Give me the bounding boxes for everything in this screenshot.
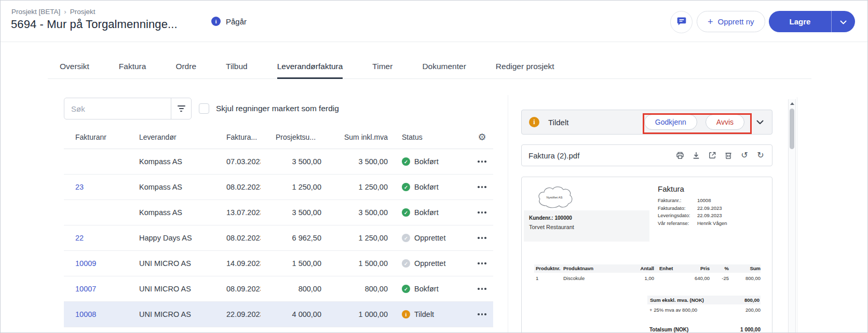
- print-icon[interactable]: [675, 151, 685, 160]
- tab-oversikt[interactable]: Oversikt: [60, 55, 89, 78]
- create-new-label: Opprett ny: [718, 17, 754, 26]
- column-header-prosjektsum[interactable]: Prosjektsu...: [261, 133, 321, 141]
- scroll-up-arrow[interactable]: [790, 102, 794, 105]
- invoice-link[interactable]: 10008: [75, 310, 96, 318]
- cell-date: 08.02.2023: [215, 234, 261, 242]
- pane-divider: [797, 97, 797, 332]
- pdf-preview[interactable]: Nystiftet AS Kundenr.: 100000 Torvet Res…: [521, 177, 772, 333]
- hide-finished-label: Skjul regninger markert som ferdig: [216, 104, 339, 113]
- cell-supplier: UNI MICRO AS: [128, 285, 215, 293]
- column-header-sum-inkl-mva[interactable]: Sum inkl.mva: [321, 133, 388, 141]
- chevron-down-icon: [756, 117, 764, 127]
- pdf-meta-value: 22.09.2023: [697, 212, 722, 220]
- table-header-row: Fakturanr Leverandør Faktura... Prosjekt…: [64, 125, 493, 149]
- cell-sum: 3 500,00: [321, 157, 388, 166]
- table-row[interactable]: 23 Kompass AS 08.02.2023 1 250,00 1 250,…: [64, 175, 493, 200]
- tab-tilbud[interactable]: Tilbud: [226, 55, 248, 78]
- cell-date: 14.09.2023: [215, 259, 261, 268]
- table-row[interactable]: Kompass AS 13.07.2023 3 500,00 3 500,00 …: [64, 200, 493, 225]
- tab-faktura[interactable]: Faktura: [119, 55, 146, 78]
- pdf-meta-label: Vår referanse:: [658, 220, 697, 228]
- status-booked-icon: ✓: [402, 285, 410, 293]
- cell-project-sum: 3 500,00: [261, 208, 321, 217]
- tab-bar: Oversikt Faktura Ordre Tilbud Leverandør…: [48, 55, 811, 79]
- status-created-icon: ✓: [402, 259, 410, 268]
- cell-project-sum: 1 250,00: [261, 183, 321, 191]
- hide-finished-checkbox[interactable]: [199, 103, 209, 114]
- attachment-bar: Faktura (2).pdf ↺ ↻: [521, 144, 772, 166]
- tab-dokumenter[interactable]: Dokumenter: [422, 55, 466, 78]
- search-input[interactable]: [64, 98, 171, 119]
- tab-ordre[interactable]: Ordre: [175, 55, 196, 78]
- plus-icon: +: [708, 17, 713, 26]
- row-menu-button[interactable]: [477, 208, 487, 217]
- column-header-fakturadato[interactable]: Faktura...: [215, 133, 261, 141]
- approve-button[interactable]: Godkjenn: [644, 114, 697, 130]
- status-label: Bokført: [414, 208, 439, 217]
- row-menu-button[interactable]: [477, 183, 487, 191]
- status-label: Bokført: [414, 183, 439, 191]
- row-menu-button[interactable]: [477, 259, 487, 268]
- cell-sum: 1 250,00: [321, 183, 388, 191]
- save-split-button[interactable]: Lagre: [769, 11, 855, 32]
- open-in-new-icon[interactable]: [708, 151, 717, 160]
- column-header-leverandor[interactable]: Leverandør: [128, 133, 215, 141]
- pdf-invoice-title: Faktura: [658, 184, 727, 193]
- rotate-left-icon[interactable]: ↺: [740, 151, 749, 160]
- vertical-scrollbar[interactable]: [788, 99, 796, 333]
- tab-leverandorfaktura[interactable]: Leverandørfaktura: [277, 55, 343, 78]
- row-menu-button[interactable]: [477, 310, 487, 318]
- chat-button[interactable]: [670, 11, 693, 33]
- cell-date: 08.09.2023: [215, 285, 261, 293]
- invoice-link[interactable]: 10009: [75, 259, 96, 268]
- status-label: Bokført: [414, 285, 439, 293]
- supplier-logo: Nystiftet AS: [535, 185, 574, 212]
- cell-date: 13.07.2023: [215, 208, 261, 217]
- svg-text:Nystiftet AS: Nystiftet AS: [546, 196, 562, 199]
- invoice-link[interactable]: 10007: [75, 285, 96, 293]
- column-header-status[interactable]: Status: [388, 133, 471, 141]
- table-row[interactable]: 10007 UNI MICRO AS 08.09.2023 800,00 800…: [64, 276, 493, 302]
- status-booked-icon: ✓: [402, 157, 410, 166]
- breadcrumb-item-prosjekt[interactable]: Prosjekt: [70, 8, 96, 16]
- scrollbar-thumb[interactable]: [790, 109, 794, 149]
- pdf-meta-value: Henrik Vågen: [697, 220, 727, 228]
- invoice-link[interactable]: 23: [75, 183, 84, 191]
- table-row[interactable]: 10009 UNI MICRO AS 14.09.2023 1 500,00 1…: [64, 251, 493, 276]
- invoice-status-label: Tildelt: [548, 118, 568, 127]
- cell-sum: 1 000,00: [321, 310, 388, 318]
- download-icon[interactable]: [691, 151, 701, 160]
- save-button[interactable]: Lagre: [769, 17, 831, 26]
- pdf-meta-value: 22.09.2023: [697, 205, 722, 212]
- tab-rediger-prosjekt[interactable]: Rediger prosjekt: [496, 55, 554, 78]
- invoice-status-bar: i Tildelt Godkjenn Avvis: [521, 110, 772, 135]
- invoice-link[interactable]: 22: [75, 234, 84, 242]
- create-new-button[interactable]: + Opprett ny: [697, 11, 765, 32]
- table-row[interactable]: Kompass AS 07.03.2023 3 500,00 3 500,00 …: [64, 149, 493, 175]
- pdf-customer-number: Kundenr.: 100000: [529, 215, 649, 221]
- rotate-right-icon[interactable]: ↻: [756, 151, 765, 160]
- column-header-fakturanr[interactable]: Fakturanr: [64, 133, 128, 141]
- pdf-customer-box: Kundenr.: 100000 Torvet Restaurant: [524, 210, 649, 242]
- project-status-badge: i Pågår: [211, 17, 247, 26]
- table-row-selected[interactable]: 10008 UNI MICRO AS 22.09.2023 4 000,00 1…: [64, 302, 493, 327]
- cell-project-sum: 3 500,00: [261, 157, 321, 166]
- table-row[interactable]: 22 Happy Days AS 08.02.2023 6 962,50 1 2…: [64, 225, 493, 251]
- reject-button[interactable]: Avvis: [706, 114, 744, 130]
- cell-supplier: Kompass AS: [128, 183, 215, 191]
- cell-supplier: UNI MICRO AS: [128, 259, 215, 268]
- table-settings-gear-icon[interactable]: ⚙: [478, 132, 486, 142]
- row-menu-button[interactable]: [477, 157, 487, 166]
- pdf-meta-label: Fakturanr.:: [658, 197, 697, 205]
- row-menu-button[interactable]: [477, 285, 487, 293]
- filter-button[interactable]: [171, 98, 191, 119]
- assigned-info-icon: i: [529, 117, 539, 127]
- cell-project-sum: 800,00: [261, 285, 321, 293]
- breadcrumb-item-prosjekt-beta[interactable]: Prosjekt [BETA]: [11, 8, 60, 16]
- row-menu-button[interactable]: [477, 234, 487, 242]
- save-options-button[interactable]: [832, 17, 855, 26]
- info-icon: i: [211, 17, 221, 26]
- collapse-panel-button[interactable]: [756, 117, 764, 127]
- delete-icon[interactable]: [724, 151, 733, 160]
- tab-timer[interactable]: Timer: [372, 55, 392, 78]
